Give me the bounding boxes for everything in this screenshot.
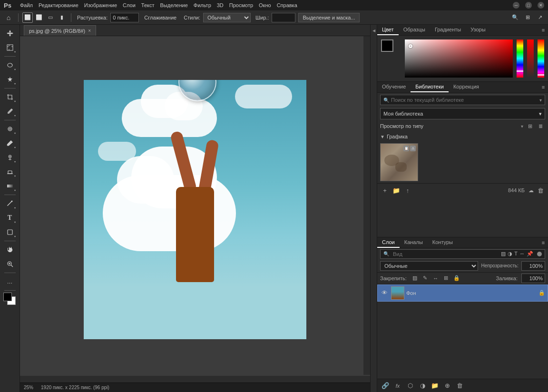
tab-patterns[interactable]: Узоры	[466, 25, 490, 35]
menu-help[interactable]: Справка	[277, 2, 297, 8]
feather-input[interactable]	[110, 13, 139, 22]
menu-layers[interactable]: Слои	[123, 2, 136, 8]
vertical-scrollbar[interactable]	[363, 36, 370, 375]
fill-input[interactable]	[521, 274, 545, 283]
menu-text[interactable]: Текст	[141, 2, 155, 8]
library-dropdown[interactable]: Моя библиотека ▾	[380, 108, 545, 119]
spectrum-strip[interactable]	[538, 39, 544, 78]
color-panel-menu[interactable]: ≡	[538, 25, 548, 35]
width-input[interactable]	[272, 13, 295, 22]
folder-library-btn[interactable]: 📁	[391, 186, 401, 195]
brush-tool[interactable]: ▾	[3, 137, 17, 150]
style-select[interactable]: Обычный	[203, 13, 251, 22]
menu-select[interactable]: Выделение	[160, 2, 188, 8]
text-tool[interactable]: T ▾	[3, 211, 17, 225]
lock-transparent-btn[interactable]: ▨	[411, 274, 419, 283]
delete-layer-btn[interactable]: 🗑	[454, 381, 465, 391]
search-chevron[interactable]: ▾	[539, 98, 542, 103]
zoom-tool[interactable]	[3, 257, 17, 271]
lock-position-btn[interactable]: ↔	[431, 274, 440, 283]
menu-view[interactable]: Просмотр	[229, 2, 253, 8]
canvas-content[interactable]	[20, 36, 370, 382]
menu-3d[interactable]: 3D	[217, 2, 224, 8]
minimize-button[interactable]: ─	[513, 2, 519, 9]
tab-swatches[interactable]: Образцы	[399, 25, 430, 35]
section-collapse-icon[interactable]: ▼	[380, 134, 385, 139]
library-item-stone[interactable]: 📋 ⚠	[380, 143, 418, 181]
shape-tool[interactable]: ▾	[3, 225, 17, 239]
tab-libraries[interactable]: Библиотеки	[411, 82, 449, 92]
fx-btn[interactable]: fx	[392, 381, 403, 391]
adjustment-btn[interactable]: ◑	[417, 381, 428, 391]
hand-tool[interactable]	[3, 243, 17, 256]
canvas-tab-close[interactable]: ×	[88, 28, 91, 33]
tab-gradients[interactable]: Градиенты	[430, 25, 466, 35]
filter-smart-icon[interactable]: 📌	[527, 251, 533, 257]
artboard-tool[interactable]: ▾	[3, 41, 17, 54]
tab-layers[interactable]: Слои	[377, 237, 400, 248]
crop-tool[interactable]: ▾	[3, 90, 17, 104]
foreground-color[interactable]	[3, 293, 12, 301]
share-btn[interactable]: ↗	[535, 12, 545, 23]
color-swatches[interactable]	[1, 293, 19, 310]
layers-search-input[interactable]	[393, 251, 499, 257]
layer-visibility-toggle[interactable]: 👁	[380, 288, 389, 298]
menu-filter[interactable]: Фильтр	[194, 2, 211, 8]
mask-button[interactable]: Выделение и маска...	[298, 13, 359, 22]
filter-pixel-icon[interactable]: ▨	[501, 251, 506, 257]
new-group-btn[interactable]: 📁	[430, 381, 440, 391]
lock-image-btn[interactable]: ✎	[421, 274, 430, 283]
menu-file[interactable]: Файл	[20, 2, 33, 8]
pen-tool[interactable]: ▾	[3, 197, 17, 210]
gradient-tool[interactable]: ▾	[3, 179, 17, 193]
close-button[interactable]: ✕	[538, 2, 544, 9]
library-search-input[interactable]	[391, 97, 539, 103]
panel-collapse-handle[interactable]: ◀	[370, 25, 377, 392]
canvas-tab-ps[interactable]: ps.jpg @ 25% (RGB/8#) ×	[24, 25, 96, 36]
search-toolbar-btn[interactable]: 🔍	[510, 12, 520, 23]
grid-view-btn[interactable]: ⊞	[525, 121, 535, 131]
view-chevron[interactable]: ▾	[521, 124, 523, 129]
layer-row-background[interactable]: 👁 Фон 🔒	[377, 284, 548, 302]
link-layers-btn[interactable]: 🔗	[380, 381, 391, 391]
tab-corrections[interactable]: Коррекция	[449, 82, 484, 92]
eyedropper-tool[interactable]: ▾	[3, 105, 17, 118]
tab-paths[interactable]: Контуры	[428, 237, 458, 248]
eraser-tool[interactable]: ▾	[3, 165, 17, 178]
menu-window[interactable]: Окно	[259, 2, 271, 8]
fg-color-box[interactable]	[381, 39, 393, 52]
library-search[interactable]: 🔍 ▾	[380, 95, 545, 105]
upload-library-btn[interactable]: ↑	[403, 186, 412, 195]
move-tool[interactable]	[3, 27, 17, 40]
list-view-btn[interactable]: ≣	[536, 121, 545, 131]
menu-image[interactable]: Изображение	[84, 2, 117, 8]
tab-color[interactable]: Цвет	[377, 25, 399, 35]
magic-wand-tool[interactable]: ▾	[3, 73, 17, 86]
clone-tool[interactable]: ▾	[3, 151, 17, 164]
lock-artboard-btn[interactable]: ⊞	[442, 274, 450, 283]
menu-edit[interactable]: Редактирование	[39, 2, 78, 8]
extra-tools[interactable]: …	[3, 275, 17, 288]
delete-library-btn[interactable]: 🗑	[536, 186, 545, 195]
add-mask-btn[interactable]: ⬡	[405, 381, 415, 391]
lock-all-btn[interactable]: 🔒	[452, 274, 461, 283]
opacity-input[interactable]	[521, 261, 545, 271]
alpha-slider[interactable]	[527, 39, 534, 78]
filter-adjust-icon[interactable]: ◑	[508, 251, 512, 257]
maximize-button[interactable]: □	[525, 2, 532, 9]
layers-panel-menu[interactable]: ≡	[538, 238, 548, 247]
single-col-btn[interactable]: ▮	[57, 12, 67, 23]
ellipse-select-btn[interactable]: ⬜	[34, 12, 44, 23]
lasso-tool[interactable]: ▾	[3, 59, 17, 72]
library-panel-menu[interactable]: ≡	[538, 82, 548, 92]
filter-toggle[interactable]	[537, 252, 542, 256]
layers-search[interactable]: 🔍 ▨ ◑ T ↔ 📌	[380, 249, 545, 259]
blend-mode-select[interactable]: Обычные	[380, 261, 478, 271]
home-button[interactable]: ⌂	[3, 12, 14, 23]
workspace-btn[interactable]: ⊞	[522, 12, 533, 23]
tab-channels[interactable]: Каналы	[400, 237, 428, 248]
hue-slider[interactable]	[517, 39, 523, 78]
rect-select-btn[interactable]: ⬜	[22, 12, 33, 23]
add-library-btn[interactable]: +	[380, 186, 390, 195]
filter-text-icon[interactable]: T	[514, 251, 518, 257]
